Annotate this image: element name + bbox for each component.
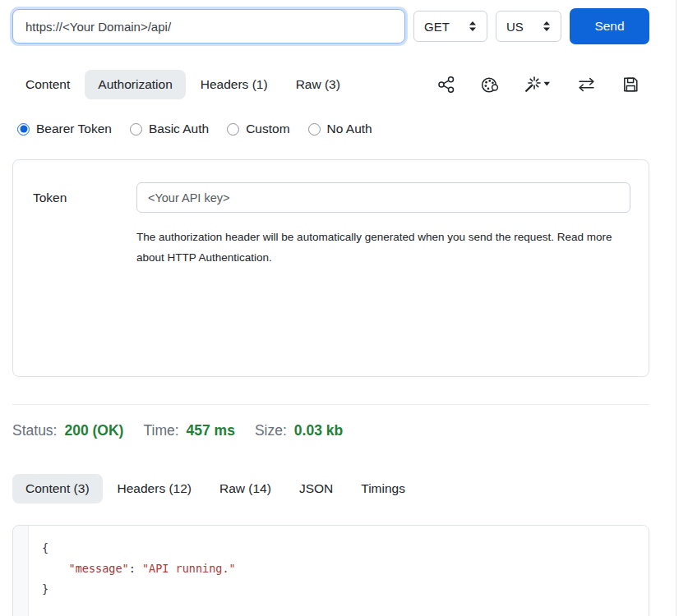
radio-bearer-token[interactable] (17, 123, 30, 136)
bearer-token-panel: Token The authorization header will be a… (12, 159, 649, 377)
auth-option-bearer-token[interactable]: Bearer Token (17, 122, 112, 136)
json-key: "message" (69, 562, 129, 575)
response-tabs-row: Content (3) Headers (12) Raw (14) JSON T… (12, 474, 649, 503)
tab-headers[interactable]: Headers (1) (187, 70, 281, 99)
status-label: Status: (12, 422, 57, 439)
send-button[interactable]: Send (570, 8, 649, 44)
response-tab-headers[interactable]: Headers (12) (104, 474, 205, 503)
size-label: Size: (255, 422, 287, 439)
updown-spinner-icon (543, 21, 551, 32)
code-line: "message": "API running." (42, 559, 635, 579)
region-select-value: US (506, 20, 524, 34)
code-line: { (42, 538, 635, 559)
response-tab-json[interactable]: JSON (286, 474, 346, 503)
auth-option-label: No Auth (327, 122, 372, 136)
auth-help-text: The authorization header will be automat… (136, 227, 617, 268)
auth-option-basic-auth[interactable]: Basic Auth (130, 122, 209, 136)
method-select[interactable]: GET (413, 11, 487, 42)
tab-content[interactable]: Content (12, 70, 83, 99)
auth-option-label: Basic Auth (149, 122, 209, 136)
magic-wand-dropdown-icon[interactable] (524, 76, 552, 94)
auth-option-label: Bearer Token (36, 122, 112, 136)
response-tab-timings[interactable]: Timings (348, 474, 418, 503)
share-icon[interactable] (437, 76, 455, 94)
updown-spinner-icon (469, 21, 477, 32)
auth-type-options: Bearer Token Basic Auth Custom No Auth (12, 122, 649, 136)
json-string-value: "API running." (142, 562, 236, 575)
request-tabs-row: Content Authorization Headers (1) Raw (3… (12, 70, 649, 99)
code-line: } (42, 579, 635, 600)
theme-palette-icon[interactable] (480, 76, 499, 94)
section-divider (12, 404, 649, 405)
auth-option-custom[interactable]: Custom (227, 122, 289, 136)
response-body-inner: { "message": "API running."} (28, 526, 649, 616)
response-status-row: Status: 200 (OK) Time: 457 ms Size: 0.03… (12, 422, 649, 439)
size-value: 0.03 kb (294, 422, 343, 439)
response-tab-content[interactable]: Content (3) (12, 474, 103, 503)
auth-option-no-auth[interactable]: No Auth (308, 122, 372, 136)
request-bar: GET US Send (12, 7, 649, 45)
response-tab-raw[interactable]: Raw (14) (206, 474, 284, 503)
method-select-value: GET (424, 20, 450, 34)
region-select[interactable]: US (496, 11, 561, 42)
radio-basic-auth[interactable] (130, 123, 142, 136)
swap-arrows-icon[interactable] (576, 76, 597, 94)
auth-option-label: Custom (246, 122, 289, 136)
api-tester-page: GET US Send Content Authorization Header… (0, 0, 676, 616)
tab-authorization[interactable]: Authorization (85, 70, 185, 99)
url-input[interactable] (12, 9, 405, 44)
page-right-border (676, 0, 676, 616)
status-value: 200 (OK) (64, 422, 123, 439)
token-row: Token (33, 182, 630, 213)
request-toolbar (437, 76, 649, 94)
radio-custom[interactable] (227, 123, 239, 136)
response-body-block: { "message": "API running."} (12, 525, 649, 616)
time-value: 457 ms (187, 422, 235, 439)
response-json-code: { "message": "API running."} (42, 538, 635, 600)
time-label: Time: (143, 422, 178, 439)
radio-no-auth[interactable] (308, 123, 321, 136)
token-input[interactable] (136, 182, 630, 213)
tab-raw[interactable]: Raw (3) (283, 70, 353, 99)
token-label: Token (33, 191, 136, 205)
save-icon[interactable] (621, 76, 640, 94)
